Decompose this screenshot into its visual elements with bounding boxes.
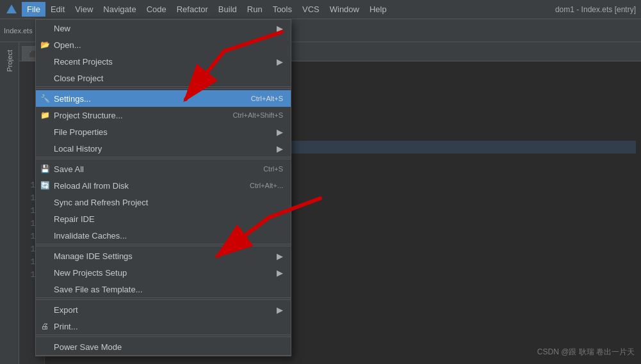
wrench-icon: 🔧 — [40, 94, 50, 103]
menu-reload-all[interactable]: 🔄 Reload All from Disk Ctrl+Alt+... — [36, 177, 291, 194]
menu-recent-projects[interactable]: Recent Projects ▶ — [36, 53, 291, 70]
menu-new[interactable]: New ▶ — [36, 20, 291, 36]
menu-power-save-mode[interactable]: Power Save Mode — [36, 338, 291, 355]
menu-section-1: New ▶ 📂 Open... Recent Projects ▶ Close … — [36, 20, 291, 87]
menu-export[interactable]: Export ▶ — [36, 301, 291, 318]
window-title: dom1 - Index.ets [entry] — [555, 5, 636, 14]
menu-section-4: Manage IDE Settings ▶ New Projects Setup… — [36, 248, 291, 298]
separator — [36, 88, 291, 89]
menu-navigate[interactable]: Navigate — [98, 2, 141, 17]
project-structure-icon: 📁 — [40, 111, 50, 120]
title-bar: File Edit View Navigate Code Refactor Bu… — [0, 0, 641, 19]
separator — [36, 246, 291, 246]
menu-invalidate-caches[interactable]: Invalidate Caches... — [36, 227, 291, 244]
menu-repair-ide[interactable]: Repair IDE — [36, 210, 291, 227]
separator — [36, 299, 291, 300]
sidebar-project-tab[interactable]: Project — [3, 45, 16, 77]
menu-open[interactable]: 📂 Open... — [36, 36, 291, 53]
menu-manage-ide-settings[interactable]: Manage IDE Settings ▶ — [36, 248, 291, 264]
menu-run[interactable]: Run — [242, 2, 268, 17]
separator — [36, 159, 291, 159]
menu-section-2: 🔧 Settings... Ctrl+Alt+S 📁 Project Struc… — [36, 90, 291, 157]
menu-close-project[interactable]: Close Project — [36, 70, 291, 86]
save-icon: 💾 — [40, 164, 50, 173]
menu-section-5: Export ▶ 🖨 Print... — [36, 301, 291, 335]
app-logo — [5, 3, 18, 16]
menu-save-file-template[interactable]: Save File as Template... — [36, 281, 291, 297]
menu-help[interactable]: Help — [364, 2, 392, 17]
menu-file[interactable]: File — [22, 2, 45, 17]
menu-refactor[interactable]: Refactor — [172, 2, 213, 17]
menu-sync-refresh[interactable]: Sync and Refresh Project — [36, 194, 291, 210]
menu-build[interactable]: Build — [213, 2, 242, 17]
menu-print[interactable]: 🖨 Print... — [36, 318, 291, 335]
menu-file-properties[interactable]: File Properties ▶ — [36, 123, 291, 140]
reload-icon: 🔄 — [40, 181, 50, 190]
watermark: CSDN @跟 耿瑞 卷出一片天 — [537, 347, 635, 358]
file-dropdown-menu: New ▶ 📂 Open... Recent Projects ▶ Close … — [35, 19, 291, 356]
menu-window[interactable]: Window — [325, 2, 364, 17]
menu-section-3: 💾 Save All Ctrl+S 🔄 Reload All from Disk… — [36, 161, 291, 244]
menu-view[interactable]: View — [70, 2, 98, 17]
breadcrumb: Index.ets — [4, 27, 33, 35]
menu-settings[interactable]: 🔧 Settings... Ctrl+Alt+S — [36, 90, 291, 107]
separator — [36, 336, 291, 337]
menu-code[interactable]: Code — [142, 2, 172, 17]
svg-marker-0 — [6, 4, 17, 13]
menu-project-structure[interactable]: 📁 Project Structure... Ctrl+Alt+Shift+S — [36, 107, 291, 123]
menu-tools[interactable]: Tools — [268, 2, 297, 17]
menu-new-projects-setup[interactable]: New Projects Setup ▶ — [36, 264, 291, 281]
menu-local-history[interactable]: Local History ▶ — [36, 140, 291, 157]
menu-save-all[interactable]: 💾 Save All Ctrl+S — [36, 161, 291, 177]
menu-section-6: Power Save Mode — [36, 338, 291, 356]
menu-vcs[interactable]: VCS — [297, 2, 325, 17]
menu-bar: File Edit View Navigate Code Refactor Bu… — [22, 2, 555, 17]
print-icon: 🖨 — [40, 322, 50, 331]
menu-edit[interactable]: Edit — [45, 2, 70, 17]
sidebar: Project — [0, 42, 19, 364]
folder-icon: 📂 — [40, 40, 50, 49]
